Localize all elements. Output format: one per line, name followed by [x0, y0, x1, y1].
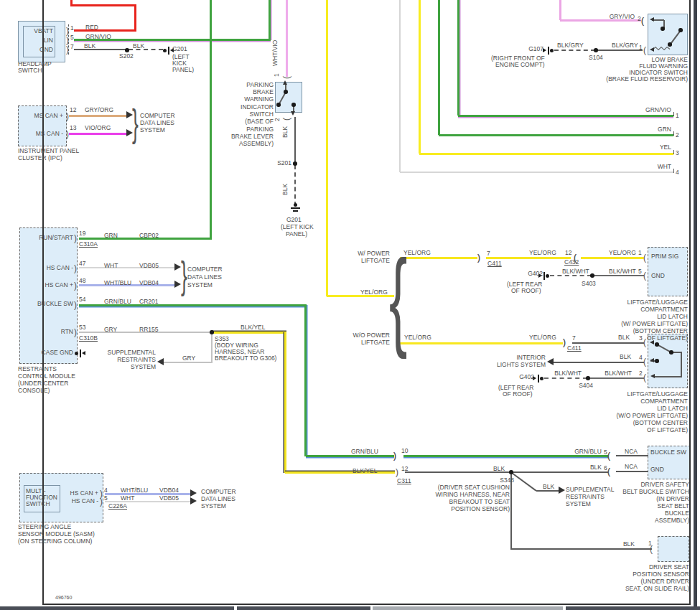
system-label: SUPPLEMENTAL: [108, 349, 156, 356]
pin-label: LIN: [44, 37, 53, 44]
pin-label: PRIM SIG: [651, 253, 678, 260]
pin-number: 2: [274, 118, 281, 121]
component-caption: (W/O POWER LIFTGATE): [617, 413, 688, 419]
pin-label: MS CAN -: [36, 131, 63, 137]
red-vbatt-wire: [71, 4, 136, 6]
wire-label: GRN/VIO: [645, 107, 671, 113]
component-caption: LIFTGATE/LUGGAGE: [627, 391, 688, 398]
circuit-label: CBP02: [139, 233, 159, 239]
switch-internal: [681, 352, 682, 377]
wire-label: VIO/ORG: [85, 125, 111, 131]
blkwht-wire-dashed: [550, 275, 592, 276]
arrow-left: [157, 358, 164, 365]
pin-tick: [673, 169, 674, 173]
pin-number: 12: [565, 250, 571, 256]
gryvio-wire: [559, 0, 561, 20]
connector-chevron: ): [66, 45, 69, 54]
bottom-bar-segment[interactable]: [237, 606, 370, 610]
blk-gnd-wire: [74, 49, 127, 50]
splice-dot-s404: [586, 376, 590, 380]
arrow-left: [547, 358, 554, 365]
pin-number: 5: [604, 449, 607, 456]
pin-number: 5: [104, 495, 108, 502]
splice-dot-s202: [125, 48, 129, 52]
pin-number: 3: [639, 335, 643, 342]
page-number: 496760: [55, 595, 72, 600]
connector-chevron: ): [66, 112, 69, 121]
connector-chevron: ): [284, 118, 292, 121]
grn-line: [439, 134, 673, 136]
blk-interior-lights-wire: [553, 362, 644, 363]
component-caption: LID LATCH: [657, 314, 688, 320]
wire-label: WHT: [121, 495, 134, 502]
yel-feed-wire: [326, 0, 328, 296]
component-caption: (UNDER CENTER: [18, 380, 68, 387]
component-caption: (IN DRIVER: [656, 496, 689, 502]
pin-number: 53: [79, 324, 85, 331]
system-label: SYSTEM: [140, 127, 165, 133]
grnvio-line: [457, 0, 459, 116]
blk-parkbrake-wire-dashed: [294, 165, 296, 206]
blk-s348-wire: [510, 472, 512, 550]
blk-seat-sensor-wire: [511, 548, 652, 550]
pin-number: 2: [639, 370, 643, 377]
connector-label: C310A: [79, 241, 98, 248]
arrow-right: [174, 281, 181, 288]
wire-label: YEL/ORG: [529, 250, 556, 256]
system-label: COMPUTER: [187, 266, 223, 273]
yelorg-power-wire: [486, 257, 571, 259]
contact-dot: [284, 90, 288, 94]
connector-label: C226A: [108, 503, 127, 510]
grnvio-lin-wire: [269, 0, 271, 40]
bottom-bar-segment[interactable]: [373, 606, 563, 610]
wire-label: WHT: [104, 263, 118, 269]
splice-dot-s348: [509, 470, 513, 474]
connector-chevron: ): [74, 234, 77, 243]
pin-number: 7: [572, 335, 576, 342]
splice-label: POSITION SENSOR): [451, 506, 510, 512]
wire-label: GRN: [104, 233, 118, 239]
system-label: RESTRAINTS: [566, 494, 605, 500]
grn-runstart-wire: [210, 0, 212, 239]
splice-dot-s403: [590, 273, 594, 278]
pin-number: 4: [639, 355, 643, 361]
contact-dot: [276, 103, 281, 107]
component-caption: SEAT BELT: [658, 503, 689, 510]
grn-line: [438, 0, 440, 135]
component-caption: (BRAKE FLUID RESERVOIR): [606, 76, 688, 83]
grnblu-bottom-wire: [306, 455, 394, 457]
component-caption: LIFTGATE/LUGGAGE: [627, 299, 688, 306]
ground-label: (LEFT KICK: [281, 224, 314, 230]
red-vbatt-wire: [134, 5, 136, 32]
contact-dot: [668, 42, 672, 47]
system-label: RESTRAINTS: [117, 357, 156, 363]
blkwht-wire: [593, 275, 644, 276]
wht-hscan-wire: [79, 267, 176, 268]
blkyel-wire: [212, 332, 286, 334]
component-caption: WARNING: [244, 96, 274, 103]
branch-label: LIFTGATE: [361, 258, 390, 264]
wire-label: GRY: [104, 327, 117, 333]
wire-label: BLK/WHT: [554, 370, 582, 377]
bottom-bar-segment[interactable]: [0, 606, 234, 610]
component-caption: STEERING ANGLE: [18, 524, 71, 530]
wire-label: BLK: [590, 464, 602, 471]
wire-label: BLK: [623, 541, 635, 548]
component-label: SWITCH: [26, 501, 50, 507]
bottom-bar-segment[interactable]: [566, 606, 700, 610]
wire-label: YEL/ORG: [404, 334, 431, 341]
wire-label: GRY: [182, 355, 195, 362]
connector-chevron: (: [643, 46, 646, 55]
splice-label: S403: [582, 281, 596, 287]
pin-number: 7: [70, 44, 74, 50]
component-caption: (UNDER DRIVER: [640, 578, 689, 585]
component-caption: ASSEMBLY): [239, 141, 274, 147]
nca-wire: [616, 471, 648, 472]
contact-dot: [655, 359, 659, 363]
connector-chevron: (: [643, 338, 646, 347]
arrow-left: [650, 374, 655, 378]
component-caption: OF LIFTGATE): [647, 335, 688, 342]
pin-label: CASE GND: [42, 349, 73, 356]
component-caption: (W/ POWER LIFTGATE): [621, 321, 688, 327]
branch-label: W/ POWER: [358, 250, 390, 257]
